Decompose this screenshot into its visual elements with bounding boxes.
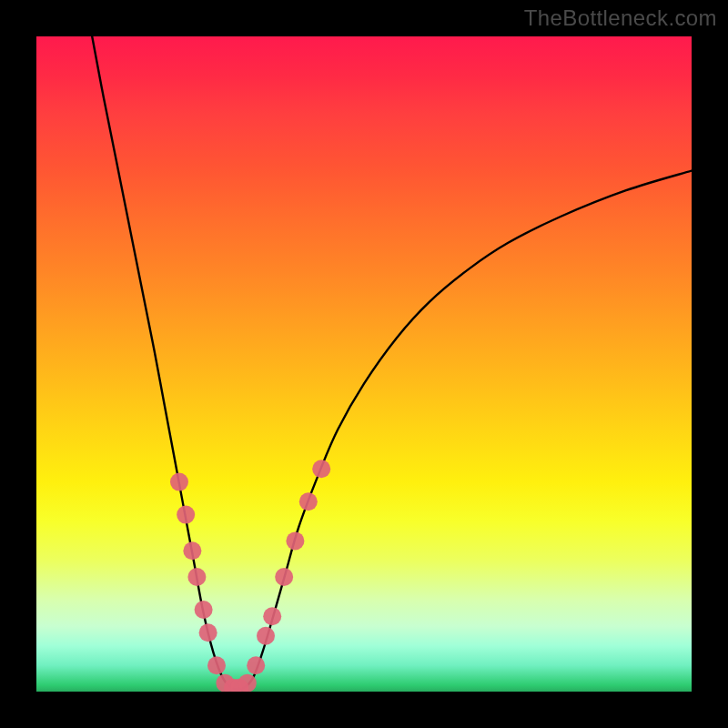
marker-dot	[286, 531, 304, 550]
watermark-text: TheBottleneck.com	[524, 5, 717, 31]
marker-dot	[275, 568, 293, 586]
chart-frame: TheBottleneck.com	[0, 0, 728, 728]
marker-dot	[183, 541, 201, 560]
marker-dot	[170, 473, 188, 491]
marker-dot	[187, 568, 206, 586]
marker-dot	[257, 627, 275, 645]
marker-dot	[199, 623, 217, 642]
marker-dot	[299, 492, 318, 511]
marker-dot	[263, 607, 281, 625]
marker-dot	[247, 656, 265, 674]
marker-dot	[177, 506, 195, 524]
marker-dot	[195, 601, 213, 619]
marker-dot	[207, 656, 226, 674]
chart-svg	[36, 36, 692, 692]
plot-area	[36, 36, 692, 692]
marker-dot	[238, 674, 257, 692]
bottleneck-curve	[92, 36, 692, 690]
marker-dot	[312, 460, 330, 478]
marker-group	[170, 460, 330, 692]
